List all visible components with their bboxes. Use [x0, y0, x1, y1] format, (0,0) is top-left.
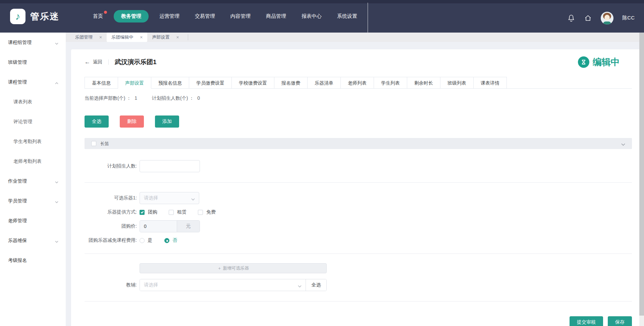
- radio-unselected-icon[interactable]: [140, 238, 145, 243]
- tab-basic-info[interactable]: 基本信息: [85, 77, 118, 89]
- hourglass-icon: [578, 56, 589, 68]
- menu-item-home[interactable]: 首页: [88, 10, 108, 22]
- close-icon[interactable]: ×: [176, 35, 179, 40]
- sidebar-item-exam-registration[interactable]: 考级报名: [0, 250, 66, 270]
- checkbox-group-buy[interactable]: 团购: [140, 209, 157, 215]
- open-tab-label: 乐团管理: [75, 34, 93, 40]
- close-icon[interactable]: ×: [140, 35, 143, 40]
- notification-dot: [104, 11, 107, 14]
- radio-selected-icon[interactable]: [164, 238, 169, 243]
- menu-item-home-label: 首页: [93, 13, 103, 19]
- checkbox-unchecked-icon[interactable]: [198, 210, 203, 215]
- menu-item-content[interactable]: 内容管理: [226, 10, 255, 22]
- sidebar-item-comment-mgmt[interactable]: 评论管理: [0, 112, 66, 132]
- open-tab-orchestra-editing[interactable]: 乐团编辑中 ×: [107, 33, 147, 42]
- section-divider: [85, 301, 632, 301]
- sidebar-item-instrument-maintenance[interactable]: 乐器维保: [0, 231, 66, 250]
- sidebar-item-teacher-attendance[interactable]: 老师考勤列表: [0, 151, 66, 171]
- sidebar-item-teachers[interactable]: 老师管理: [0, 211, 66, 231]
- radio-label: 否: [172, 237, 177, 243]
- plan-students-input[interactable]: [140, 160, 200, 172]
- part-accordion-header[interactable]: 长笛: [85, 138, 632, 149]
- part-checkbox[interactable]: [91, 141, 96, 146]
- sidebar-item-label: 老师管理: [8, 218, 27, 224]
- checkbox-unchecked-icon[interactable]: [169, 210, 174, 215]
- detail-tabs: 基本信息 声部设置 预报名信息 学员缴费设置 学校缴费设置 报名缴费 乐器清单 …: [85, 77, 632, 89]
- add-button[interactable]: 添加: [155, 115, 179, 128]
- checkbox-rental[interactable]: 租赁: [169, 209, 186, 215]
- menu-item-reports[interactable]: 报表中心: [297, 10, 326, 22]
- teaching-aid-group: 请选择 全选: [140, 279, 327, 291]
- menu-item-operations[interactable]: 运营管理: [155, 10, 184, 22]
- content-card: ← 返回 武汉演示乐团1 编辑中 基本信息 声部设置 预报名信息 学员缴费设置: [71, 49, 640, 326]
- radio-label: 是: [148, 237, 152, 243]
- add-instrument-button[interactable]: ＋ 新增可选乐器: [140, 263, 327, 273]
- tab-student-list[interactable]: 学生列表: [374, 77, 407, 89]
- sidebar-item-label: 课程组管理: [8, 40, 32, 46]
- avatar-shirt: [603, 21, 611, 25]
- sidebar: 课程组管理 班级管理 课程管理 课表列表 评论管理 学生考勤列表 老师考勤列表 …: [0, 33, 66, 326]
- tab-class-list[interactable]: 班级列表: [440, 77, 474, 89]
- user-name[interactable]: 陈CC: [622, 15, 635, 21]
- tab-voice-settings[interactable]: 声部设置: [118, 77, 151, 89]
- sidebar-item-students[interactable]: 学员管理: [0, 191, 66, 211]
- sidebar-item-homework[interactable]: 作业管理: [0, 171, 66, 191]
- sidebar-item-courses[interactable]: 课程管理: [0, 72, 66, 92]
- plan-students-label: 计划招生人数(个) ：: [152, 95, 194, 101]
- teaching-aid-select[interactable]: 请选择: [140, 279, 306, 291]
- home-icon[interactable]: [584, 14, 592, 22]
- submit-review-button[interactable]: 提交审核: [570, 316, 603, 326]
- tab-school-payment-settings[interactable]: 学校缴费设置: [232, 77, 274, 89]
- tab-instrument-list[interactable]: 乐器清单: [308, 77, 341, 89]
- save-button[interactable]: 保存: [608, 316, 632, 326]
- avatar[interactable]: [601, 12, 613, 25]
- price-unit-suffix: 元: [177, 221, 200, 232]
- tab-schedule-detail[interactable]: 课表详情: [474, 77, 507, 89]
- radio-no[interactable]: 否: [164, 237, 177, 243]
- sidebar-item-course-groups[interactable]: 课程组管理: [0, 33, 66, 52]
- selected-parts-label: 当前选择声部数(个) ：: [85, 95, 131, 101]
- checkbox-free[interactable]: 免费: [198, 209, 216, 215]
- open-tab-voice-settings[interactable]: 声部设置 ×: [147, 33, 183, 42]
- chevron-down-icon[interactable]: [621, 142, 625, 146]
- sidebar-item-label: 课程管理: [8, 79, 27, 85]
- checkbox-label: 免费: [206, 209, 216, 215]
- radio-yes[interactable]: 是: [140, 237, 152, 243]
- stats-row: 当前选择声部数(个) ： 1 计划招生人数(个) ： 0: [85, 95, 632, 101]
- teaching-aid-select-all-button[interactable]: 全选: [306, 279, 326, 291]
- app-logo[interactable]: ♪ 管乐迷: [10, 9, 59, 24]
- sidebar-item-classes[interactable]: 班级管理: [0, 52, 66, 72]
- bell-icon[interactable]: [567, 14, 575, 22]
- menu-item-products[interactable]: 商品管理: [261, 10, 291, 22]
- tab-pre-registration[interactable]: 预报名信息: [151, 77, 189, 89]
- checkbox-checked-icon[interactable]: [140, 210, 145, 215]
- waive-fee-group: 是 否: [140, 237, 177, 243]
- menu-item-system[interactable]: 系统设置: [332, 10, 362, 22]
- top-navbar: ♪ 管乐迷 首页 教务管理 运营管理 交易管理 内容管理 商品管理 报表中心 系…: [0, 0, 644, 33]
- sidebar-item-label: 作业管理: [8, 178, 27, 184]
- waive-fee-label: 团购乐器减免课程费用:: [85, 237, 137, 243]
- checkbox-label: 租赁: [177, 209, 186, 215]
- sidebar-item-student-attendance[interactable]: 学生考勤列表: [0, 132, 66, 151]
- open-tab-orchestra-mgmt[interactable]: 乐团管理 ×: [70, 33, 107, 42]
- menu-item-academic[interactable]: 教务管理: [114, 10, 149, 22]
- back-button[interactable]: ← 返回: [85, 59, 102, 65]
- sidebar-item-schedule-list[interactable]: 课表列表: [0, 92, 66, 112]
- tab-remaining-hours[interactable]: 剩余时长: [407, 77, 440, 89]
- menu-item-transactions[interactable]: 交易管理: [190, 10, 220, 22]
- navbar-right: 陈CC: [567, 3, 635, 33]
- tab-teacher-list[interactable]: 老师列表: [341, 77, 374, 89]
- window-scrollbar-thumb[interactable]: [639, 33, 644, 316]
- delete-button[interactable]: 删除: [120, 115, 144, 128]
- instrument-select[interactable]: 请选择: [140, 192, 199, 204]
- tab-student-payment-settings[interactable]: 学员缴费设置: [189, 77, 232, 89]
- section-divider: [85, 253, 632, 254]
- checkbox-label: 团购: [148, 209, 157, 215]
- sidebar-item-label: 学生考勤列表: [13, 139, 42, 145]
- section-divider: [85, 182, 632, 183]
- select-all-button[interactable]: 全选: [85, 115, 109, 128]
- navbar-divider: [368, 3, 368, 33]
- close-icon[interactable]: ×: [99, 35, 102, 40]
- group-price-input[interactable]: [140, 221, 177, 232]
- tab-registration-payment[interactable]: 报名缴费: [274, 77, 308, 89]
